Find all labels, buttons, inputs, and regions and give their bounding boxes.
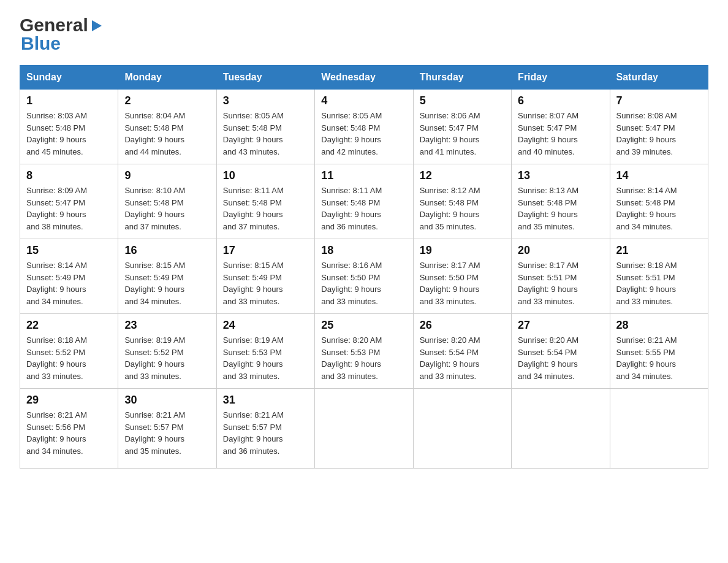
day-info: Sunrise: 8:13 AMSunset: 5:48 PMDaylight:…: [518, 186, 578, 231]
calendar-week-row: 1 Sunrise: 8:03 AMSunset: 5:48 PMDayligh…: [20, 90, 708, 164]
calendar-cell: 14 Sunrise: 8:14 AMSunset: 5:48 PMDaylig…: [610, 164, 708, 239]
day-info: Sunrise: 8:20 AMSunset: 5:54 PMDaylight:…: [420, 335, 480, 381]
calendar-cell: 21 Sunrise: 8:18 AMSunset: 5:51 PMDaylig…: [610, 239, 708, 314]
day-info: Sunrise: 8:03 AMSunset: 5:48 PMDaylight:…: [26, 111, 87, 156]
day-number: 9: [124, 169, 210, 182]
day-info: Sunrise: 8:21 AMSunset: 5:57 PMDaylight:…: [124, 410, 185, 456]
calendar-cell: 29 Sunrise: 8:21 AMSunset: 5:56 PMDaylig…: [20, 389, 118, 469]
day-info: Sunrise: 8:21 AMSunset: 5:57 PMDaylight:…: [223, 410, 284, 456]
calendar-cell: 24 Sunrise: 8:19 AMSunset: 5:53 PMDaylig…: [216, 314, 314, 389]
day-number: 27: [518, 319, 603, 332]
day-number: 23: [124, 319, 210, 332]
day-info: Sunrise: 8:21 AMSunset: 5:56 PMDaylight:…: [26, 410, 87, 456]
day-info: Sunrise: 8:18 AMSunset: 5:51 PMDaylight:…: [616, 261, 677, 306]
calendar-cell: 20 Sunrise: 8:17 AMSunset: 5:51 PMDaylig…: [512, 239, 610, 314]
page-header: General Blue: [20, 15, 708, 54]
day-info: Sunrise: 8:14 AMSunset: 5:48 PMDaylight:…: [616, 186, 677, 231]
day-info: Sunrise: 8:12 AMSunset: 5:48 PMDaylight:…: [420, 186, 480, 231]
calendar-week-row: 8 Sunrise: 8:09 AMSunset: 5:47 PMDayligh…: [20, 164, 708, 239]
day-number: 5: [420, 94, 505, 107]
day-info: Sunrise: 8:20 AMSunset: 5:54 PMDaylight:…: [518, 335, 578, 381]
day-number: 10: [223, 169, 308, 182]
day-info: Sunrise: 8:11 AMSunset: 5:48 PMDaylight:…: [223, 186, 284, 231]
day-info: Sunrise: 8:08 AMSunset: 5:47 PMDaylight:…: [616, 111, 677, 156]
day-info: Sunrise: 8:16 AMSunset: 5:50 PMDaylight:…: [321, 261, 382, 306]
logo: General Blue: [20, 15, 103, 54]
calendar-cell: 31 Sunrise: 8:21 AMSunset: 5:57 PMDaylig…: [216, 389, 314, 469]
calendar-cell: 10 Sunrise: 8:11 AMSunset: 5:48 PMDaylig…: [216, 164, 314, 239]
logo-general: General: [20, 15, 88, 36]
calendar-cell: [315, 389, 413, 469]
calendar-cell: 1 Sunrise: 8:03 AMSunset: 5:48 PMDayligh…: [20, 90, 118, 164]
day-number: 2: [124, 94, 210, 107]
calendar-cell: 26 Sunrise: 8:20 AMSunset: 5:54 PMDaylig…: [413, 314, 511, 389]
day-number: 26: [420, 319, 505, 332]
day-number: 31: [223, 394, 308, 407]
calendar-cell: 30 Sunrise: 8:21 AMSunset: 5:57 PMDaylig…: [118, 389, 216, 469]
day-header-wednesday: Wednesday: [315, 66, 413, 90]
day-header-sunday: Sunday: [20, 66, 118, 90]
calendar-cell: 8 Sunrise: 8:09 AMSunset: 5:47 PMDayligh…: [20, 164, 118, 239]
day-number: 17: [223, 244, 308, 257]
day-info: Sunrise: 8:19 AMSunset: 5:52 PMDaylight:…: [124, 335, 185, 381]
calendar-cell: [610, 389, 708, 469]
calendar-cell: 12 Sunrise: 8:12 AMSunset: 5:48 PMDaylig…: [413, 164, 511, 239]
day-info: Sunrise: 8:05 AMSunset: 5:48 PMDaylight:…: [321, 111, 382, 156]
day-info: Sunrise: 8:06 AMSunset: 5:47 PMDaylight:…: [420, 111, 480, 156]
calendar-cell: 18 Sunrise: 8:16 AMSunset: 5:50 PMDaylig…: [315, 239, 413, 314]
day-number: 16: [124, 244, 210, 257]
day-header-thursday: Thursday: [413, 66, 511, 90]
day-number: 29: [26, 394, 112, 407]
calendar-cell: 28 Sunrise: 8:21 AMSunset: 5:55 PMDaylig…: [610, 314, 708, 389]
calendar-cell: 3 Sunrise: 8:05 AMSunset: 5:48 PMDayligh…: [216, 90, 314, 164]
day-number: 30: [124, 394, 210, 407]
calendar-week-row: 22 Sunrise: 8:18 AMSunset: 5:52 PMDaylig…: [20, 314, 708, 389]
svg-marker-0: [92, 20, 102, 31]
day-number: 22: [26, 319, 112, 332]
day-number: 8: [26, 169, 112, 182]
logo-arrow-icon: [89, 19, 103, 33]
calendar-week-row: 15 Sunrise: 8:14 AMSunset: 5:49 PMDaylig…: [20, 239, 708, 314]
day-info: Sunrise: 8:19 AMSunset: 5:53 PMDaylight:…: [223, 335, 284, 381]
day-info: Sunrise: 8:07 AMSunset: 5:47 PMDaylight:…: [518, 111, 578, 156]
logo-blue: Blue: [21, 33, 61, 53]
day-number: 13: [518, 169, 603, 182]
calendar-cell: 17 Sunrise: 8:15 AMSunset: 5:49 PMDaylig…: [216, 239, 314, 314]
calendar-table: SundayMondayTuesdayWednesdayThursdayFrid…: [20, 65, 708, 469]
day-info: Sunrise: 8:10 AMSunset: 5:48 PMDaylight:…: [124, 186, 185, 231]
day-number: 11: [321, 169, 406, 182]
day-number: 20: [518, 244, 603, 257]
day-number: 21: [616, 244, 702, 257]
day-number: 4: [321, 94, 406, 107]
calendar-cell: [512, 389, 610, 469]
day-info: Sunrise: 8:04 AMSunset: 5:48 PMDaylight:…: [124, 111, 185, 156]
day-number: 18: [321, 244, 406, 257]
calendar-cell: 25 Sunrise: 8:20 AMSunset: 5:53 PMDaylig…: [315, 314, 413, 389]
day-info: Sunrise: 8:09 AMSunset: 5:47 PMDaylight:…: [26, 186, 87, 231]
calendar-cell: 23 Sunrise: 8:19 AMSunset: 5:52 PMDaylig…: [118, 314, 216, 389]
day-info: Sunrise: 8:11 AMSunset: 5:48 PMDaylight:…: [321, 186, 382, 231]
day-number: 14: [616, 169, 702, 182]
day-header-friday: Friday: [512, 66, 610, 90]
calendar-cell: 5 Sunrise: 8:06 AMSunset: 5:47 PMDayligh…: [413, 90, 511, 164]
day-info: Sunrise: 8:14 AMSunset: 5:49 PMDaylight:…: [26, 261, 87, 306]
calendar-cell: 27 Sunrise: 8:20 AMSunset: 5:54 PMDaylig…: [512, 314, 610, 389]
calendar-cell: 9 Sunrise: 8:10 AMSunset: 5:48 PMDayligh…: [118, 164, 216, 239]
calendar-header-row: SundayMondayTuesdayWednesdayThursdayFrid…: [20, 66, 708, 90]
calendar-cell: 2 Sunrise: 8:04 AMSunset: 5:48 PMDayligh…: [118, 90, 216, 164]
calendar-cell: 19 Sunrise: 8:17 AMSunset: 5:50 PMDaylig…: [413, 239, 511, 314]
day-number: 25: [321, 319, 406, 332]
day-number: 24: [223, 319, 308, 332]
day-number: 19: [420, 244, 505, 257]
calendar-cell: 6 Sunrise: 8:07 AMSunset: 5:47 PMDayligh…: [512, 90, 610, 164]
calendar-cell: 22 Sunrise: 8:18 AMSunset: 5:52 PMDaylig…: [20, 314, 118, 389]
day-number: 6: [518, 94, 603, 107]
calendar-cell: 16 Sunrise: 8:15 AMSunset: 5:49 PMDaylig…: [118, 239, 216, 314]
day-info: Sunrise: 8:18 AMSunset: 5:52 PMDaylight:…: [26, 335, 87, 381]
calendar-cell: 7 Sunrise: 8:08 AMSunset: 5:47 PMDayligh…: [610, 90, 708, 164]
day-number: 15: [26, 244, 112, 257]
calendar-body: 1 Sunrise: 8:03 AMSunset: 5:48 PMDayligh…: [20, 90, 708, 469]
calendar-cell: 13 Sunrise: 8:13 AMSunset: 5:48 PMDaylig…: [512, 164, 610, 239]
calendar-cell: [413, 389, 511, 469]
day-info: Sunrise: 8:21 AMSunset: 5:55 PMDaylight:…: [616, 335, 677, 381]
